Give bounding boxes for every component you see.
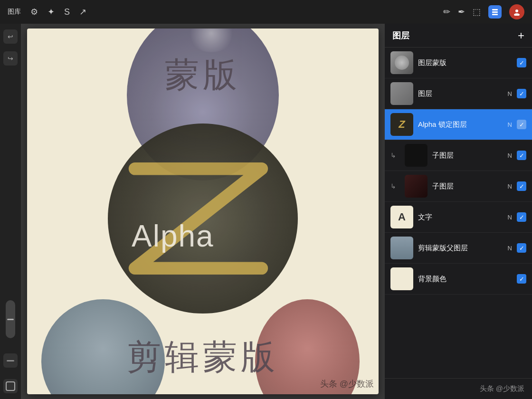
layer-visibility-checkbox[interactable] bbox=[517, 181, 526, 191]
layer-mode-badge: N bbox=[508, 152, 512, 159]
canvas[interactable]: 蒙版 Alpha 剪辑蒙版 头条 @少数派 bbox=[27, 28, 379, 394]
export-icon[interactable]: ↗ bbox=[79, 7, 86, 17]
layer-item[interactable]: ↳ 子图层 N bbox=[385, 171, 532, 202]
layer-mode-badge: N bbox=[508, 90, 512, 97]
layer-thumbnail bbox=[405, 175, 428, 198]
svg-point-3 bbox=[515, 10, 518, 12]
layer-visibility-checkbox[interactable] bbox=[517, 274, 526, 284]
left-sidebar: ↩ ↪ bbox=[0, 24, 21, 399]
layer-indent-icon: ↳ bbox=[390, 182, 400, 190]
text-mengban: 蒙版 bbox=[27, 52, 379, 98]
layer-item[interactable]: A 文字 N bbox=[385, 202, 532, 233]
layer-name: 子图层 bbox=[432, 151, 505, 160]
text-jianjian: 剪辑蒙版 bbox=[27, 334, 379, 380]
brush-size-slider[interactable] bbox=[6, 300, 15, 338]
layer-visibility-checkbox[interactable] bbox=[517, 243, 526, 253]
top-blob-highlight bbox=[188, 28, 235, 52]
layer-name: Alpha 锁定图层 bbox=[418, 120, 505, 129]
svg-point-4 bbox=[514, 13, 520, 16]
layer-thumbnail: Z bbox=[390, 113, 413, 136]
text-alpha: Alpha bbox=[132, 218, 214, 254]
layer-name: 图层 bbox=[418, 89, 505, 98]
layer-mode-badge: N bbox=[508, 245, 512, 252]
layer-thumbnail bbox=[405, 144, 428, 167]
pen-icon[interactable]: S bbox=[64, 7, 70, 17]
layer-info: 图层蒙版 bbox=[418, 58, 512, 67]
layer-info: 图层 N bbox=[418, 89, 512, 98]
layer-name: 剪辑蒙版父图层 bbox=[418, 244, 505, 253]
layer-info: Alpha 锁定图层 N bbox=[418, 120, 512, 129]
layer-visibility-checkbox[interactable] bbox=[517, 151, 526, 160]
layer-item[interactable]: 剪辑蒙版父图层 N bbox=[385, 233, 532, 264]
layers-panel-title: 图层 bbox=[392, 30, 409, 41]
layer-thumbnail bbox=[390, 51, 413, 74]
layer-info: 文字 N bbox=[418, 213, 512, 222]
layer-thumbnail bbox=[390, 237, 413, 259]
layers-list: 图层蒙版 图层 N Z Alpha 锁定图层 N ↳ 子图层 N bbox=[385, 48, 532, 378]
color-picker-button[interactable] bbox=[3, 379, 18, 393]
layer-mode-badge: N bbox=[508, 214, 512, 221]
layer-item[interactable]: 背景颜色 bbox=[385, 264, 532, 294]
layer-visibility-checkbox[interactable] bbox=[517, 89, 526, 98]
layer-item[interactable]: 图层蒙版 bbox=[385, 48, 532, 78]
svg-rect-0 bbox=[492, 9, 498, 10]
layer-item[interactable]: ↳ 子图层 N bbox=[385, 140, 532, 171]
panel-watermark: 头条 @少数派 bbox=[385, 378, 532, 399]
canvas-watermark: 头条 @少数派 bbox=[320, 378, 374, 390]
layer-visibility-checkbox[interactable] bbox=[517, 212, 526, 222]
svg-rect-1 bbox=[492, 11, 498, 13]
redo-button[interactable]: ↪ bbox=[3, 51, 18, 66]
layer-info: 背景颜色 bbox=[418, 275, 512, 284]
opacity-slider[interactable] bbox=[3, 353, 18, 368]
layer-thumbnail: A bbox=[390, 206, 413, 228]
layers-panel-header: 图层 + bbox=[385, 24, 532, 48]
layers-panel: 图层 + 图层蒙版 图层 N Z Alpha 锁定图层 N bbox=[385, 24, 532, 399]
user-avatar[interactable] bbox=[509, 4, 524, 19]
wrench-icon[interactable]: ⚙ bbox=[30, 7, 38, 17]
layer-info: 子图层 N bbox=[432, 151, 512, 160]
layer-indent-icon: ↳ bbox=[390, 151, 400, 160]
layer-name: 子图层 bbox=[432, 182, 505, 191]
layer-visibility-checkbox[interactable] bbox=[517, 120, 526, 129]
layer-name: 文字 bbox=[418, 213, 505, 222]
layer-info: 剪辑蒙版父图层 N bbox=[418, 244, 512, 253]
layer-mode-badge: N bbox=[508, 121, 512, 128]
toolbar-right: ✏ ✒ ⬚ bbox=[443, 4, 524, 19]
layer-info: 子图层 N bbox=[432, 182, 512, 191]
layer-name: 背景颜色 bbox=[418, 275, 512, 284]
layer-name: 图层蒙版 bbox=[418, 58, 512, 67]
pencil-tool-icon[interactable]: ✏ bbox=[443, 7, 450, 17]
transform-icon[interactable]: ✦ bbox=[48, 7, 55, 17]
layer-thumbnail bbox=[390, 267, 413, 290]
canvas-area: 蒙版 Alpha 剪辑蒙版 头条 @少数派 bbox=[21, 24, 385, 399]
layer-visibility-checkbox[interactable] bbox=[517, 58, 526, 67]
toolbar-left: 图库 ⚙ ✦ S ↗ bbox=[8, 7, 434, 17]
layer-thumbnail bbox=[390, 82, 413, 105]
layer-item[interactable]: 图层 N bbox=[385, 78, 532, 109]
smudge-tool-icon[interactable]: ⬚ bbox=[473, 7, 481, 17]
top-toolbar: 图库 ⚙ ✦ S ↗ ✏ ✒ ⬚ bbox=[0, 0, 532, 24]
add-layer-button[interactable]: + bbox=[518, 29, 524, 42]
undo-button[interactable]: ↩ bbox=[3, 29, 18, 44]
layers-button[interactable] bbox=[488, 5, 502, 19]
brush-tool-icon[interactable]: ✒ bbox=[458, 7, 465, 17]
layer-mode-badge: N bbox=[508, 183, 512, 190]
layer-item[interactable]: Z Alpha 锁定图层 N bbox=[385, 109, 532, 140]
gallery-button[interactable]: 图库 bbox=[8, 8, 21, 16]
svg-rect-2 bbox=[492, 14, 498, 15]
